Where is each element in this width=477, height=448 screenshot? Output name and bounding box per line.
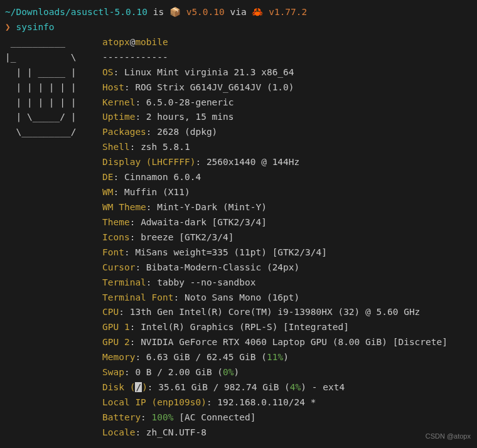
info-value-post: ) — [234, 367, 240, 377]
sysinfo-row-locale: Locale: zh_CN.UTF-8 — [5, 425, 472, 440]
watermark: CSDN @atopx — [426, 430, 471, 442]
ascii-art-line — [5, 215, 102, 230]
info-label: CPU — [102, 307, 119, 317]
sysinfo-row-gpu2: GPU 2: NVIDIA GeForce RTX 4060 Laptop GP… — [5, 335, 472, 350]
user-name: atopx — [102, 37, 130, 47]
info-label: GPU 1 — [102, 322, 130, 332]
info-pct: 100% — [152, 412, 174, 422]
host-name: mobile — [135, 37, 168, 47]
prompt-version-1: v5.0.10 — [186, 7, 225, 17]
info-value: MiSans weight=335 (11pt) [GTK2/3/4] — [135, 247, 327, 257]
sysinfo-row-localip: Local IP (enp109s0): 192.168.0.110/24 * — [5, 395, 472, 410]
info-label: OS — [102, 67, 113, 77]
sysinfo-row-terminalfont: Terminal Font: Noto Sans Mono (16pt) — [5, 291, 472, 306]
shell-prompt-line-1: ~/Downloads/asusctl-5.0.10 is 📦 v5.0.10 … — [5, 5, 472, 20]
ascii-art-line: \_________/ — [5, 125, 102, 140]
ascii-art-line — [5, 275, 102, 291]
shell-prompt-line-2[interactable]: ❯ sysinfo — [5, 20, 472, 35]
info-value: 2 hours, 15 mins — [146, 112, 234, 122]
package-icon: 📦 — [169, 7, 181, 17]
ascii-art-line — [5, 140, 102, 155]
info-label-post: ) — [142, 382, 147, 392]
ascii-art-line — [5, 335, 102, 350]
info-label: Memory — [102, 352, 135, 362]
info-value: 2628 (dpkg) — [157, 127, 217, 137]
info-value-pre: 35.61 GiB / 982.74 GiB ( — [158, 382, 290, 392]
info-label: Host — [102, 82, 124, 92]
info-value-pre: 0 B / 2.00 GiB ( — [135, 367, 223, 377]
sysinfo-row-terminal: Terminal: tabby --no-sandbox — [5, 275, 472, 291]
info-label: Terminal — [102, 277, 146, 287]
info-value-post: [AC Connected] — [174, 412, 256, 422]
sysinfo-row-gpu1: GPU 1: Intel(R) Graphics (RPL-S) [Integr… — [5, 320, 472, 335]
info-value: ROG Strix G614JV_G614JV (1.0) — [135, 82, 294, 92]
info-value: Mint-Y-Dark (Mint-Y) — [157, 202, 267, 212]
ascii-art-line — [5, 170, 102, 185]
sysinfo-row-wmtheme: WM Theme: Mint-Y-Dark (Mint-Y) — [5, 200, 472, 215]
ascii-art-line — [5, 185, 102, 200]
info-value: Muffin (X11) — [124, 187, 190, 197]
ascii-art-line: | \_____/ | — [5, 110, 102, 125]
info-pct: 4% — [290, 382, 301, 392]
sysinfo-row-packages: \_________/ Packages: 2628 (dpkg) — [5, 125, 472, 140]
sysinfo-row-sep: |_ \ ------------ — [5, 50, 472, 65]
sysinfo-row-battery: Battery: 100% [AC Connected] — [5, 410, 472, 425]
info-label: DE — [102, 172, 113, 182]
info-label: Uptime — [102, 112, 135, 122]
ascii-art-line — [5, 155, 102, 170]
info-label: GPU 2 — [102, 337, 130, 347]
ascii-art-line — [5, 395, 102, 410]
sysinfo-row-userhost: __________ atopx@mobile — [5, 35, 472, 50]
ascii-art-line — [5, 245, 102, 260]
info-value: Noto Sans Mono (16pt) — [185, 292, 299, 302]
sysinfo-row-memory: Memory: 6.63 GiB / 62.45 GiB (11%) — [5, 350, 472, 365]
sysinfo-row-font: Font: MiSans weight=335 (11pt) [GTK2/3/4… — [5, 245, 472, 260]
ascii-art-line — [5, 365, 102, 380]
info-pct: 11% — [267, 352, 283, 362]
info-value: 13th Gen Intel(R) Core(TM) i9-13980HX (3… — [130, 307, 421, 317]
info-label: WM — [102, 187, 113, 197]
ascii-art-line — [5, 291, 102, 306]
info-label: Battery — [102, 412, 141, 422]
info-label: Icons — [102, 232, 130, 242]
sysinfo-row-cursor: Cursor: Bibata-Modern-Classic (24px) — [5, 260, 472, 275]
info-value-post: ) — [283, 352, 289, 362]
info-value-pre: 6.63 GiB / 62.45 GiB ( — [146, 352, 267, 362]
sysinfo-row-kernel: | | | | | | Kernel: 6.5.0-28-generic — [5, 95, 472, 110]
prompt-command: sysinfo — [16, 22, 54, 32]
info-value: tabby --no-sandbox — [157, 277, 255, 287]
ascii-art-line — [5, 350, 102, 365]
sysinfo-row-swap: Swap: 0 B / 2.00 GiB (0%) — [5, 365, 472, 380]
info-value: Cinnamon 6.0.4 — [124, 172, 201, 182]
ascii-art-line — [5, 425, 102, 440]
separator: ------------ — [102, 50, 168, 65]
info-pct: 0% — [223, 367, 233, 377]
prompt-is: is — [153, 7, 164, 17]
info-label-pre: Disk ( — [102, 382, 135, 392]
ascii-art-line — [5, 410, 102, 425]
sysinfo-row-wm: WM: Muffin (X11) — [5, 185, 472, 200]
info-value: Linux Mint virginia 21.3 x86_64 — [124, 67, 294, 77]
sysinfo-row-de: DE: Cinnamon 6.0.4 — [5, 170, 472, 185]
ascii-art-line — [5, 230, 102, 245]
info-value-post: ) - ext4 — [301, 382, 345, 392]
disk-mount-point: / — [135, 382, 142, 392]
ascii-art-line — [5, 200, 102, 215]
info-label: Cursor — [102, 262, 135, 272]
ascii-art-line: | | | | | | — [5, 95, 102, 110]
info-label: WM Theme — [102, 202, 146, 212]
info-value: Adwaita-dark [GTK2/3/4] — [141, 217, 267, 227]
info-label: Locale — [102, 427, 135, 437]
info-label: Shell — [102, 142, 130, 152]
info-value: NVIDIA GeForce RTX 4060 Laptop GPU (8.00… — [141, 337, 448, 347]
info-label: Font — [102, 247, 124, 257]
info-label: Kernel — [102, 97, 135, 107]
prompt-path: ~/Downloads/asusctl-5.0.10 — [5, 7, 147, 17]
ascii-art-line: __________ — [5, 35, 102, 50]
ascii-art-line — [5, 380, 102, 395]
ascii-art-line: | | | | | | — [5, 80, 102, 95]
info-value: breeze [GTK2/3/4] — [141, 232, 233, 242]
ascii-art-line — [5, 320, 102, 335]
info-label: Display (LHCFFFF) — [102, 157, 195, 167]
info-label: Terminal Font — [102, 292, 174, 302]
